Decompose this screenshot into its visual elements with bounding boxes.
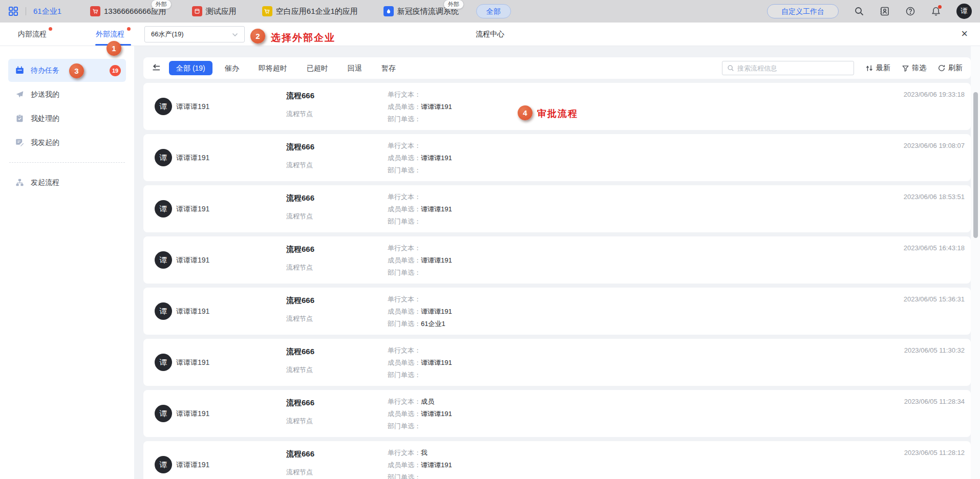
- sidebar-items: 待办任务 19 抄送我的 我处理的 我发起的: [0, 59, 134, 154]
- timestamp: 2023/06/06 19:08:07: [904, 142, 965, 149]
- filter-tab[interactable]: 暂存: [374, 61, 403, 75]
- initiator-name: 谭谭谭191: [176, 409, 209, 419]
- help-icon[interactable]: [905, 6, 915, 16]
- collapse-list-icon[interactable]: [152, 63, 161, 73]
- process-card[interactable]: 谭 谭谭谭191 流程666 流程节点 单行文本：成员单选：谭谭谭191部门单选…: [143, 83, 971, 130]
- process-node: 流程节点: [286, 365, 314, 375]
- field-value: 谭谭谭191: [421, 205, 452, 213]
- app-tab[interactable]: 新冠疫情流调系统 外部: [384, 6, 459, 16]
- avatar: 谭: [155, 405, 172, 422]
- sidebar-item[interactable]: 我发起的: [8, 131, 126, 154]
- field-line: 单行文本：: [388, 242, 452, 254]
- field-label: 单行文本：: [388, 91, 421, 98]
- field-label: 单行文本：: [388, 142, 421, 149]
- process-node: 流程节点: [286, 110, 314, 119]
- field-line: 单行文本：: [388, 89, 452, 101]
- field-label: 成员单选：: [388, 359, 421, 366]
- search-input[interactable]: [737, 64, 849, 72]
- timestamp: 2023/06/05 16:43:18: [904, 244, 965, 252]
- field-line: 部门单选：: [388, 471, 452, 479]
- process-card[interactable]: 谭 谭谭谭191 流程666 流程节点 单行文本：成员单选：谭谭谭191部门单选…: [143, 288, 971, 335]
- initiator-name: 谭谭谭191: [176, 102, 209, 112]
- refresh-button[interactable]: 刷新: [938, 63, 963, 73]
- user-avatar[interactable]: 谭: [956, 4, 972, 19]
- top-app-bar: 61企业1 13366666666应用 外部 测试应用 空白应用61企业1的应用…: [0, 0, 980, 23]
- cart-icon: [262, 6, 272, 16]
- field-line: 成员单选：谭谭谭191: [388, 152, 452, 164]
- process-fields: 单行文本：成员单选：谭谭谭191部门单选：61企业1: [388, 293, 452, 330]
- field-value: 谭谭谭191: [421, 256, 452, 264]
- initiator-name: 谭谭谭191: [176, 154, 209, 163]
- timestamp: 2023/06/05 11:28:34: [904, 398, 965, 405]
- sidebar-item[interactable]: 待办任务 19: [8, 59, 126, 82]
- initiator-name: 谭谭谭191: [176, 461, 209, 470]
- field-value: 成员: [421, 398, 434, 405]
- field-label: 部门单选：: [388, 115, 421, 123]
- process-title: 流程666: [286, 142, 314, 152]
- sort-label: 最新: [876, 63, 890, 73]
- paper-plane-icon: [15, 90, 24, 99]
- field-line: 成员单选：谭谭谭191: [388, 203, 452, 215]
- field-label: 单行文本：: [388, 398, 421, 405]
- filter-button[interactable]: 筛选: [902, 63, 926, 73]
- field-value: 谭谭谭191: [421, 103, 452, 111]
- filter-tab[interactable]: 已超时: [300, 61, 335, 75]
- field-label: 成员单选：: [388, 308, 421, 315]
- sidebar-item-label: 待办任务: [31, 66, 59, 75]
- process-fields: 单行文本：成员单选：谭谭谭191部门单选：: [388, 242, 452, 279]
- process-card[interactable]: 谭 谭谭谭191 流程666 流程节点 单行文本：成员成员单选：谭谭谭191部门…: [143, 390, 971, 437]
- search-box: [722, 61, 854, 75]
- field-line: 部门单选：: [388, 113, 452, 125]
- field-line: 部门单选：: [388, 267, 452, 279]
- sidebar-item-label: 发起流程: [31, 178, 59, 187]
- process-card[interactable]: 谭 谭谭谭191 流程666 流程节点 单行文本：成员单选：谭谭谭191部门单选…: [143, 185, 971, 232]
- custom-workbench-button[interactable]: 自定义工作台: [767, 4, 839, 18]
- field-label: 成员单选：: [388, 205, 421, 213]
- process-node: 流程节点: [286, 314, 314, 323]
- external-badge: 外部: [151, 0, 172, 9]
- search-icon[interactable]: [854, 6, 864, 16]
- app-tab[interactable]: 空白应用61企业1的应用: [262, 6, 358, 16]
- topbar-right: 自定义工作台 谭: [767, 4, 972, 19]
- annotation-label-2: 选择外部企业: [271, 31, 335, 45]
- sort-latest-button[interactable]: 最新: [865, 63, 890, 73]
- filter-tab[interactable]: 催办: [218, 61, 246, 75]
- field-label: 成员单选：: [388, 103, 421, 111]
- filter-tab[interactable]: 即将超时: [251, 61, 294, 75]
- sidebar-item[interactable]: 抄送我的: [8, 83, 126, 106]
- process-card[interactable]: 谭 谭谭谭191 流程666 流程节点 单行文本：成员单选：谭谭谭191部门单选…: [143, 134, 971, 181]
- process-card[interactable]: 谭 谭谭谭191 流程666 流程节点 单行文本：我成员单选：谭谭谭191部门单…: [143, 441, 971, 479]
- sidebar-item-label: 我处理的: [31, 114, 59, 123]
- field-line: 部门单选：: [388, 369, 452, 381]
- notification-bell-icon[interactable]: [931, 6, 941, 16]
- avatar: 谭: [155, 200, 172, 217]
- all-apps-pill[interactable]: 全部: [476, 4, 511, 18]
- sidebar-item[interactable]: 我处理的: [8, 107, 126, 130]
- scrollbar-thumb[interactable]: [973, 92, 978, 238]
- company-name[interactable]: 61企业1: [33, 7, 61, 16]
- doc-edit-icon: [15, 138, 24, 147]
- field-label: 部门单选：: [388, 217, 421, 225]
- filter-tab[interactable]: 全部 (19): [169, 61, 212, 75]
- sidebar-item-label: 抄送我的: [31, 90, 59, 99]
- annotation-step-3: 3: [69, 63, 84, 78]
- app-tab[interactable]: 测试应用: [192, 6, 237, 16]
- app-tab[interactable]: 13366666666应用 外部: [90, 6, 166, 16]
- contacts-icon[interactable]: [880, 6, 890, 16]
- field-value: 谭谭谭191: [421, 461, 452, 469]
- process-card[interactable]: 谭 谭谭谭191 流程666 流程节点 单行文本：成员单选：谭谭谭191部门单选…: [143, 236, 971, 284]
- scrollbar-track: [971, 46, 980, 479]
- app-launcher-icon[interactable]: [8, 6, 18, 16]
- process-card[interactable]: 谭 谭谭谭191 流程666 流程节点 单行文本：成员单选：谭谭谭191部门单选…: [143, 339, 971, 386]
- field-value: 61企业1: [421, 320, 445, 328]
- sidebar-item-launch-process[interactable]: 发起流程: [8, 171, 126, 194]
- external-badge: 外部: [443, 0, 464, 9]
- field-label: 部门单选：: [388, 371, 421, 379]
- close-icon[interactable]: ×: [961, 23, 968, 46]
- field-label: 单行文本：: [388, 449, 421, 456]
- process-node: 流程节点: [286, 212, 314, 221]
- field-line: 部门单选：: [388, 215, 452, 228]
- annotation-step-1: 1: [106, 41, 121, 56]
- filter-tab[interactable]: 回退: [340, 61, 369, 75]
- field-line: 成员单选：谭谭谭191: [388, 459, 452, 471]
